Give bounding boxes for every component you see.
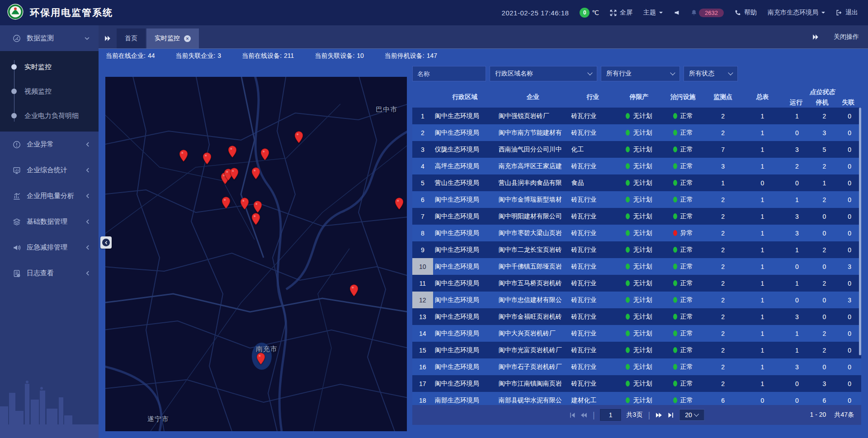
map-marker-pin[interactable] — [395, 198, 404, 210]
map-marker-pin[interactable] — [251, 213, 260, 225]
pagination-bar: | 共3页 | 20 — [412, 405, 861, 425]
page-number-input[interactable] — [600, 409, 621, 421]
status-dot-icon — [673, 163, 677, 169]
tab-0[interactable]: 首页 — [117, 28, 146, 48]
sidebar-subitem-2[interactable]: 企业电力负荷明细 — [0, 104, 99, 128]
table-row[interactable]: 1阆中生态环境局阆中强锐页岩砖厂砖瓦行业无计划正常21120 — [412, 108, 861, 124]
bullet-dot-icon — [11, 64, 17, 70]
tab-close-icon[interactable]: × — [184, 35, 191, 42]
tabs-scroll-left-button[interactable] — [99, 28, 117, 48]
cell-monitor-points: 2 — [704, 330, 741, 337]
region-select[interactable]: 行政区域名称 — [490, 66, 597, 81]
sidebar-item-5[interactable]: 应急减排管理 — [0, 235, 99, 260]
cell-stop-limit: 无计划 — [616, 196, 662, 204]
map-marker-pin[interactable] — [253, 201, 262, 213]
sidebar-item-3[interactable]: 企业用电量分析 — [0, 183, 99, 209]
sidebar-item-4[interactable]: 基础数据管理 — [0, 209, 99, 235]
map-marker-pin[interactable] — [228, 146, 236, 158]
cell-industry: 砖瓦行业 — [570, 129, 616, 137]
cell-region: 阆中生态环境局 — [433, 246, 497, 254]
map-marker-pin[interactable] — [179, 150, 188, 162]
map-city-label: 遂宁市 — [147, 414, 169, 423]
cell-lost: 0 — [838, 246, 861, 254]
map-marker-pin[interactable] — [203, 152, 211, 165]
cell-monitor-points: 2 — [704, 297, 741, 304]
next-page-button[interactable] — [656, 412, 662, 418]
table-row[interactable]: 6阆中生态环境局阆中市金博瑞新型墙材砖瓦行业无计划正常21120 — [412, 191, 861, 208]
map-marker-pin[interactable] — [295, 131, 303, 143]
name-search-input[interactable] — [412, 66, 486, 81]
cell-enterprise: 阆中明阳建材有限公司 — [497, 212, 570, 221]
map-panel[interactable]: 巴中市南充市遂宁市 — [105, 77, 407, 431]
map-marker-pin[interactable] — [350, 284, 359, 297]
cell-monitor-points: 2 — [704, 380, 741, 387]
table-row[interactable]: 2阆中生态环境局阆中市南方节能建材有砖瓦行业无计划正常21030 — [412, 124, 861, 141]
table-row[interactable]: 12阆中生态环境局阆中市忠信建材有限公砖瓦行业无计划正常21003 — [412, 292, 861, 308]
table-row[interactable]: 3仪陇生态环境局西南油气田分公司川中化工无计划正常71350 — [412, 141, 861, 158]
last-page-button[interactable] — [668, 412, 674, 418]
map-marker-pin[interactable] — [260, 148, 269, 160]
sidebar-item-label: 企业用电量分析 — [27, 192, 86, 200]
tab-1[interactable]: 实时监控× — [146, 28, 199, 48]
cell-monitor-points: 7 — [704, 146, 741, 153]
table-row[interactable]: 8阆中生态环境局阆中市枣碧大梁山页岩砖瓦行业无计划异常21300 — [412, 225, 861, 241]
map-marker-pin[interactable] — [257, 353, 265, 365]
map-marker-pin[interactable] — [222, 197, 230, 209]
row-number: 17 — [412, 375, 433, 392]
map-marker-pin[interactable] — [251, 167, 260, 179]
status-dot-icon — [673, 381, 677, 386]
cell-region: 阆中生态环境局 — [433, 363, 497, 371]
tabs-scroll-right-button[interactable] — [807, 27, 825, 47]
mute-button[interactable] — [674, 9, 680, 16]
cell-stop-limit: 无计划 — [616, 212, 662, 221]
cell-facility: 正常 — [662, 380, 704, 388]
close-operations-button[interactable]: 关闭操作 — [834, 33, 859, 41]
table-row[interactable]: 9阆中生态环境局阆中市二龙长宝页岩砖砖瓦行业无计划正常21120 — [412, 241, 861, 258]
sidebar-item-1[interactable]: 企业异常 — [0, 132, 99, 157]
previous-page-button[interactable] — [580, 412, 587, 418]
sidebar-item-2[interactable]: 企业综合统计 — [0, 157, 99, 183]
stat-value: 147 — [427, 52, 437, 59]
tab-bar-right: 关闭操作 — [807, 25, 868, 48]
table-row[interactable]: 4高坪生态环境局南充市高坪区王家店建砖瓦行业无计划正常31220 — [412, 158, 861, 174]
cell-stop-limit: 无计划 — [616, 112, 662, 120]
table-row[interactable]: 14阆中生态环境局阆中大兴页岩机砖厂砖瓦行业无计划正常21120 — [412, 325, 861, 342]
cell-halted: 0 — [811, 213, 838, 220]
top-bar-right: 2021-02-25 17:46:18 0 ℃ 全屏 主题 2632 帮助 南充… — [502, 8, 858, 18]
sidebar-item-6[interactable]: 日志查看 — [0, 260, 99, 286]
map-city-label: 巴中市 — [376, 105, 397, 114]
theme-menu[interactable]: 主题 — [643, 9, 663, 17]
table-scrollbar[interactable] — [859, 108, 861, 355]
table-row[interactable]: 7阆中生态环境局阆中明阳建材有限公司砖瓦行业无计划正常21300 — [412, 208, 861, 225]
industry-select[interactable]: 所有行业 — [601, 66, 680, 81]
table-row[interactable]: 18南部生态环境局南部县砚华水泥有限公建材化工无计划正常60060 — [412, 392, 861, 405]
map-marker-pin[interactable] — [241, 198, 249, 210]
table-row[interactable]: 10阆中生态环境局阆中千佛镇五郎垭页岩砖瓦行业无计划正常21003 — [412, 258, 861, 275]
logout-button[interactable]: 退出 — [836, 9, 858, 17]
table-row[interactable]: 17阆中生态环境局阆中市江南镇阆南页岩砖瓦行业无计划正常21030 — [412, 375, 861, 392]
status-dot-icon — [626, 197, 630, 203]
row-number: 3 — [412, 141, 433, 158]
table-row[interactable]: 11阆中生态环境局阆中市五马桥页岩机砖砖瓦行业无计划正常21120 — [412, 275, 861, 292]
fullscreen-button[interactable]: 全屏 — [610, 9, 632, 17]
sidebar-item-label: 基础数据管理 — [27, 217, 86, 226]
help-button[interactable]: 帮助 — [735, 9, 757, 17]
org-menu[interactable]: 南充市生态环境局 — [768, 9, 825, 17]
open-tabs: 首页实时监控× — [117, 28, 200, 48]
app-logo — [7, 4, 24, 22]
sidebar-subitem-1[interactable]: 视频监控 — [0, 79, 99, 104]
sidebar-collapse-button[interactable] — [100, 236, 112, 249]
sidebar-item-0[interactable]: 数据监测 — [0, 25, 99, 51]
cell-industry: 砖瓦行业 — [570, 229, 616, 237]
table-row[interactable]: 15阆中生态环境局阆中市光富页岩机砖厂砖瓦行业无计划正常21120 — [412, 342, 861, 358]
table-row[interactable]: 13阆中生态环境局阆中市金福旺页岩机砖砖瓦行业无计划正常21300 — [412, 308, 861, 325]
page-size-select[interactable]: 20 — [679, 409, 704, 421]
table-row[interactable]: 5营山生态环境局营山县润丰肉食品有限食品无计划正常10010 — [412, 174, 861, 191]
sidebar-subitem-0[interactable]: 实时监控 — [0, 55, 99, 79]
status-select[interactable]: 所有状态 — [684, 66, 738, 81]
cell-stop-limit: 无计划 — [616, 263, 662, 271]
map-marker-pin[interactable] — [230, 168, 238, 180]
table-row[interactable]: 16阆中生态环境局阆中市石子页岩机砖厂砖瓦行业无计划正常21300 — [412, 358, 861, 375]
notifications-button[interactable]: 2632 — [691, 9, 724, 17]
first-page-button[interactable] — [569, 412, 575, 418]
